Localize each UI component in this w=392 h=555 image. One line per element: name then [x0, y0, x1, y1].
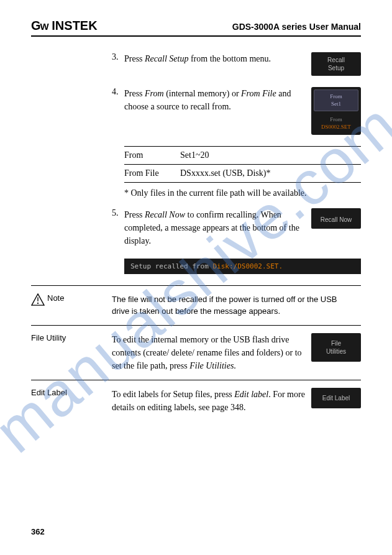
step-text: Press Recall Setup from the bottom menu. — [124, 52, 311, 76]
table-value: DSxxxx.set (USB, Disk)* — [180, 168, 361, 178]
page-number: 362 — [31, 527, 45, 536]
table-row: From Set1~20 — [124, 146, 361, 164]
step-5: 5. Press Recall Now to confirm recalling… — [112, 208, 361, 247]
step-number: 4. — [112, 87, 124, 135]
table-row: From File DSxxxx.set (USB, Disk)* — [124, 164, 361, 182]
from-button-image: FromSet1 FromDS0002.SET — [311, 87, 361, 135]
table-label: From File — [124, 168, 180, 178]
edit-label-section: Edit Label To edit labels for Setup file… — [31, 380, 361, 421]
section-text: To edit the internal memory or the USB f… — [112, 333, 311, 372]
edit-label-button-image: Edit Label — [311, 388, 361, 408]
recall-now-button-image: Recall Now — [311, 208, 361, 229]
step-3: 3. Press Recall Setup from the bottom me… — [112, 52, 361, 76]
step-text: Press From (internal memory) or From Fil… — [124, 87, 311, 135]
step-number: 3. — [112, 52, 124, 76]
section-text: To edit labels for Setup files, press Ed… — [112, 388, 311, 414]
note-section: Note The file will not be recalled if th… — [31, 285, 361, 325]
note-text: The file will not be recalled if the pow… — [112, 293, 361, 318]
file-utilities-button-image: File Utilities — [311, 333, 361, 362]
section-label: File Utility — [31, 333, 112, 372]
table-value: Set1~20 — [180, 150, 361, 160]
table-label: From — [124, 150, 180, 160]
note-label: Note — [31, 293, 112, 318]
brand-logo: GW INSTEK — [31, 19, 98, 33]
manual-title: GDS-3000A series User Manual — [232, 22, 361, 32]
status-message: Setup recalled from Disk:/DS0002.SET. — [124, 259, 361, 274]
section-label: Edit Label — [31, 388, 112, 414]
warning-icon — [31, 293, 45, 306]
file-utility-section: File Utility To edit the internal memory… — [31, 325, 361, 380]
page-header: GW INSTEK GDS-3000A series User Manual — [31, 19, 361, 37]
step-number: 5. — [112, 208, 124, 247]
recall-setup-button-image: Recall Setup — [311, 52, 361, 76]
footnote: * Only files in the current file path wi… — [124, 182, 361, 208]
step-4: 4. Press From (internal memory) or From … — [112, 87, 361, 135]
svg-point-1 — [37, 303, 39, 304]
step-text: Press Recall Now to confirm recalling. W… — [124, 208, 311, 247]
